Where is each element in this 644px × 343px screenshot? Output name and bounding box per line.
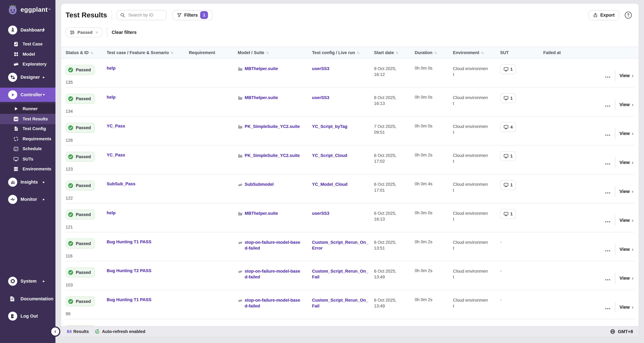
sidebar-item-label: Exploratory bbox=[22, 62, 46, 67]
filter-chip-passed[interactable]: Passed × bbox=[66, 28, 102, 37]
view-button[interactable]: View› bbox=[620, 304, 634, 310]
search-input[interactable] bbox=[128, 12, 163, 18]
column-header-environment[interactable]: Environment↑↓ bbox=[453, 47, 500, 58]
sort-icon[interactable]: ↑↓ bbox=[266, 51, 268, 55]
sidebar-item-runner[interactable]: Runner bbox=[0, 104, 56, 114]
timezone-indicator[interactable]: GMT+8 bbox=[610, 329, 633, 334]
sut-cell: - bbox=[500, 261, 543, 290]
test-case-link[interactable]: help bbox=[107, 95, 116, 100]
sidebar-item-controller[interactable]: Controller ▾ bbox=[0, 88, 56, 102]
sort-icon[interactable]: ↑↓ bbox=[170, 51, 173, 55]
sidebar-item-test-results[interactable]: Test Results bbox=[0, 114, 56, 124]
sidebar-item-environments[interactable]: Environments bbox=[0, 164, 56, 174]
sidebar-item-monitor[interactable]: Monitor ▸ bbox=[0, 194, 56, 205]
sidebar-collapse-button[interactable]: ‹ bbox=[50, 326, 60, 337]
sort-icon[interactable]: ↑↓ bbox=[481, 51, 484, 55]
test-config-link[interactable]: YC_Script_byTag bbox=[312, 124, 347, 129]
environment-cell: Cloud environment bbox=[453, 290, 500, 319]
column-header-test-case-feature-scenario[interactable]: Test case / Feature & Scenario↑↓ bbox=[107, 47, 189, 58]
test-case-link[interactable]: Bug Hunting T2 PASS bbox=[107, 268, 151, 273]
column-header-actions bbox=[600, 47, 634, 58]
view-button[interactable]: View› bbox=[620, 160, 634, 165]
view-button[interactable]: View› bbox=[620, 73, 634, 78]
sidebar-item-test-case[interactable]: Test Case bbox=[0, 39, 56, 49]
view-button[interactable]: View› bbox=[620, 189, 634, 194]
view-button[interactable]: View› bbox=[620, 276, 634, 281]
search-box[interactable] bbox=[116, 10, 167, 20]
test-case-link[interactable]: Bug Hunting T1 PASS bbox=[107, 297, 151, 302]
test-config-link[interactable]: userSS3 bbox=[312, 210, 329, 216]
test-case-link[interactable]: SubSub_Pass bbox=[107, 181, 136, 186]
column-header-label: Status & ID bbox=[66, 50, 89, 55]
sort-icon[interactable]: ↑↓ bbox=[90, 51, 93, 55]
model-suite-link[interactable]: stop-on-failure-model-based-failed bbox=[245, 297, 302, 319]
requirement-cell bbox=[189, 261, 238, 290]
overflow-menu-button[interactable]: ••• bbox=[605, 249, 611, 253]
model-suite-link[interactable]: MBThelper.suite bbox=[245, 210, 278, 232]
test-case-link[interactable]: help bbox=[107, 210, 116, 215]
sort-icon[interactable]: ↑↓ bbox=[434, 51, 437, 55]
overflow-menu-button[interactable]: ••• bbox=[605, 220, 611, 224]
export-button[interactable]: Export bbox=[588, 10, 619, 20]
test-case-link[interactable]: Bug Hunting T1 PASS bbox=[107, 239, 151, 244]
model-suite-link[interactable]: PK_SimpleSuite_YC2.suite bbox=[245, 153, 300, 174]
test-config-link[interactable]: Custom_Script_Rerun_On_Fail bbox=[312, 297, 370, 309]
column-header-duration[interactable]: Duration↑↓ bbox=[415, 47, 453, 58]
model-suite-link[interactable]: MBThelper.suite bbox=[245, 95, 278, 116]
sidebar-item-log-out[interactable]: Log Out bbox=[0, 311, 56, 321]
sidebar-item-suts[interactable]: SUTs bbox=[0, 154, 56, 164]
sort-icon[interactable]: ↑↓ bbox=[396, 51, 398, 55]
model-suite-link[interactable]: PK_SimpleSuite_YC2.suite bbox=[245, 124, 300, 145]
column-header-model-suite[interactable]: Model / Suite↑↓ bbox=[238, 47, 312, 58]
model-suite-cell: stop-on-failure-model-based-failed bbox=[238, 261, 312, 290]
sidebar-item-insights[interactable]: Insights ▸ bbox=[0, 177, 56, 187]
help-button[interactable]: ? bbox=[625, 12, 632, 19]
overflow-menu-button[interactable]: ••• bbox=[605, 162, 611, 166]
sidebar-item-designer[interactable]: Designer ▸ bbox=[0, 72, 56, 83]
column-header-start-date[interactable]: Start date↑↓ bbox=[374, 47, 415, 58]
model-suite-link[interactable]: stop-on-failure-model-based-failed bbox=[245, 268, 302, 290]
suite-folder-icon bbox=[238, 124, 242, 145]
sidebar-item-system[interactable]: System ▸ bbox=[0, 276, 56, 286]
autorefresh-indicator: Auto-refresh enabled bbox=[94, 329, 145, 334]
test-config-link[interactable]: YC_Model_Cloud bbox=[312, 181, 347, 187]
sidebar-item-model[interactable]: Model bbox=[0, 49, 56, 59]
model-suite-link[interactable]: stop-on-failure-model-based-failed bbox=[245, 239, 302, 261]
filters-button[interactable]: Filters 1 bbox=[172, 10, 212, 20]
test-config-link[interactable]: userSS3 bbox=[312, 66, 329, 72]
test-case-link[interactable]: YC_Pass bbox=[107, 153, 125, 158]
sidebar-item-exploratory[interactable]: Exploratory bbox=[0, 59, 56, 69]
overflow-menu-button[interactable]: ••• bbox=[605, 104, 611, 108]
overflow-menu-button[interactable]: ••• bbox=[605, 75, 611, 79]
close-icon[interactable]: × bbox=[96, 30, 98, 35]
status-badge: Passed bbox=[66, 181, 95, 191]
test-config-link[interactable]: YC_Script_Cloud bbox=[312, 153, 347, 158]
sidebar-item-requirements[interactable]: Requirements bbox=[0, 134, 56, 144]
sidebar-item-schedule[interactable]: Schedule bbox=[0, 144, 56, 154]
test-config-link[interactable]: Custom_Script_Rerun_On_Error bbox=[312, 239, 370, 251]
sidebar-item-label: Insights bbox=[20, 179, 38, 185]
insights-chart-icon bbox=[8, 178, 17, 187]
test-case-link[interactable]: YC_Pass bbox=[107, 124, 125, 129]
sidebar-item-documentation[interactable]: Documentation bbox=[0, 293, 56, 304]
sort-icon[interactable]: ↑↓ bbox=[357, 51, 360, 55]
test-config-link[interactable]: userSS3 bbox=[312, 95, 329, 101]
column-header-status-id[interactable]: Status & ID↑↓ bbox=[66, 47, 107, 58]
model-suite-link[interactable]: SubSubmodel bbox=[245, 181, 274, 203]
view-button[interactable]: View› bbox=[620, 102, 634, 107]
overflow-menu-button[interactable]: ••• bbox=[605, 133, 611, 137]
sidebar-item-dashboard[interactable]: Dashboard ▾ bbox=[0, 25, 56, 35]
model-suite-link[interactable]: MBThelper.suite bbox=[245, 66, 278, 87]
overflow-menu-button[interactable]: ••• bbox=[605, 191, 611, 195]
sidebar-item-test-config[interactable]: Test Config bbox=[0, 124, 56, 134]
clear-filters-button[interactable]: Clear filters bbox=[112, 30, 136, 35]
test-case-link[interactable]: help bbox=[107, 66, 116, 71]
view-button[interactable]: View› bbox=[620, 218, 634, 223]
column-header-label: Start date bbox=[374, 50, 394, 55]
column-header-test-config-live-run[interactable]: Test config / Live run↑↓ bbox=[312, 47, 374, 58]
overflow-menu-button[interactable]: ••• bbox=[605, 278, 611, 282]
overflow-menu-button[interactable]: ••• bbox=[605, 307, 611, 311]
view-button[interactable]: View› bbox=[620, 247, 634, 252]
test-config-link[interactable]: Custom_Script_Rerun_On_Fail bbox=[312, 268, 370, 280]
view-button[interactable]: View› bbox=[620, 131, 634, 136]
